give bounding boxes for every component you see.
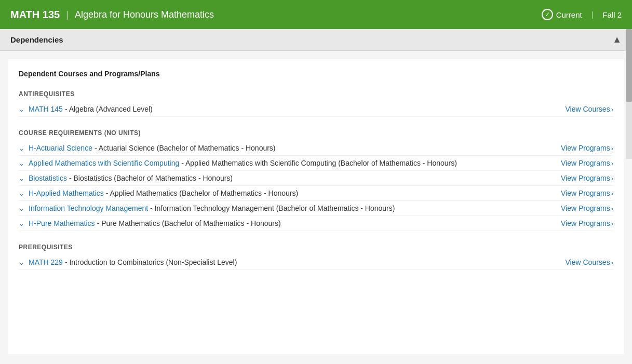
requirement-row-left-2: ⌄ Biostatistics - Biostatistics (Bachelo… xyxy=(19,174,561,182)
view-programs-label-1: View Programs xyxy=(561,159,610,167)
view-programs-label-3: View Programs xyxy=(561,189,610,197)
view-programs-link-4[interactable]: View Programs › xyxy=(561,204,613,212)
scrollbar-thumb[interactable] xyxy=(626,29,632,102)
requirement-row-left-1: ⌄ Applied Mathematics with Scientific Co… xyxy=(19,159,561,167)
view-programs-arrow-1: › xyxy=(611,159,613,167)
view-programs-link-2[interactable]: View Programs › xyxy=(561,174,613,182)
requirement-row-1: ⌄ Applied Mathematics with Scientific Co… xyxy=(19,156,613,171)
view-programs-link-0[interactable]: View Programs › xyxy=(561,144,613,152)
view-courses-arrow-0: › xyxy=(611,105,613,113)
antirequisites-section: ANTIREQUISITES ⌄ MATH 145 - Algebra (Adv… xyxy=(19,90,613,117)
requirement-link-3[interactable]: H-Applied Mathematics xyxy=(29,189,104,197)
chevron-down-icon: ⌄ xyxy=(19,144,24,152)
requirement-desc-0: - Actuarial Science (Bachelor of Mathema… xyxy=(95,144,276,152)
chevron-down-icon: ⌄ xyxy=(19,205,24,212)
header-divider-1: | xyxy=(66,9,69,20)
chevron-down-icon: ⌄ xyxy=(19,259,24,266)
prerequisites-section: PREREQUISITES ⌄ MATH 229 - Introduction … xyxy=(19,244,613,270)
view-programs-arrow-3: › xyxy=(611,190,613,197)
view-programs-link-1[interactable]: View Programs › xyxy=(561,159,613,167)
requirement-row-left-5: ⌄ H-Pure Mathematics - Pure Mathematics … xyxy=(19,219,561,227)
requirement-desc-1: - Applied Mathematics with Scientific Co… xyxy=(181,159,457,167)
prerequisite-link-0[interactable]: MATH 229 xyxy=(29,258,63,266)
view-programs-arrow-5: › xyxy=(611,220,613,227)
requirement-link-5[interactable]: H-Pure Mathematics xyxy=(29,219,95,227)
requirement-row-3: ⌄ H-Applied Mathematics - Applied Mathem… xyxy=(19,186,613,201)
view-programs-label-5: View Programs xyxy=(561,219,610,227)
requirement-desc-4: - Information Technology Management (Bac… xyxy=(150,204,395,212)
view-programs-label-4: View Programs xyxy=(561,204,610,212)
antirequisite-row-left-0: ⌄ MATH 145 - Algebra (Advanced Level) xyxy=(19,105,566,113)
prerequisite-row-0: ⌄ MATH 229 - Introduction to Combinatori… xyxy=(19,255,613,270)
prerequisites-label: PREREQUISITES xyxy=(19,244,613,251)
requirement-row-0: ⌄ H-Actuarial Science - Actuarial Scienc… xyxy=(19,141,613,156)
status-icon: ✓ xyxy=(542,9,553,20)
collapse-icon[interactable]: ▲ xyxy=(612,34,622,45)
view-programs-arrow-4: › xyxy=(611,205,613,212)
requirement-link-2[interactable]: Biostatistics xyxy=(29,174,67,182)
status-indicator: ✓ Current xyxy=(542,9,582,20)
requirement-desc-2: - Biostatistics (Bachelor of Mathematics… xyxy=(69,174,233,182)
status-label: Current xyxy=(556,10,582,19)
main-content: Dependent Courses and Programs/Plans ANT… xyxy=(8,59,624,354)
requirement-desc-3: - Applied Mathematics (Bachelor of Mathe… xyxy=(106,189,298,197)
header-right: ✓ Current | Fall 2 xyxy=(542,9,622,20)
dependencies-bar: Dependencies ▲ xyxy=(0,29,632,51)
course-requirements-section: COURSE REQUIREMENTS (NO UNITS) ⌄ H-Actua… xyxy=(19,129,613,231)
view-programs-arrow-0: › xyxy=(611,144,613,152)
course-requirements-label: COURSE REQUIREMENTS (NO UNITS) xyxy=(19,129,613,137)
course-code: MATH 135 xyxy=(10,9,60,21)
view-courses-label-0: View Courses xyxy=(566,105,610,113)
chevron-down-icon: ⌄ xyxy=(19,190,24,197)
view-programs-label-2: View Programs xyxy=(561,174,610,182)
chevron-down-icon: ⌄ xyxy=(19,174,24,182)
view-programs-link-5[interactable]: View Programs › xyxy=(561,219,613,227)
view-programs-link-3[interactable]: View Programs › xyxy=(561,189,613,197)
view-courses-prereq-arrow-0: › xyxy=(611,259,613,266)
antirequisite-link-0[interactable]: MATH 145 xyxy=(29,105,63,113)
term-label: Fall 2 xyxy=(602,10,622,19)
antirequisite-row-0: ⌄ MATH 145 - Algebra (Advanced Level) Vi… xyxy=(19,102,613,117)
prerequisite-row-left-0: ⌄ MATH 229 - Introduction to Combinatori… xyxy=(19,258,566,266)
page-header: MATH 135 | Algebra for Honours Mathemati… xyxy=(0,0,632,29)
chevron-down-icon: ⌄ xyxy=(19,159,24,167)
prerequisite-desc-0: - Introduction to Combinatorics (Non-Spe… xyxy=(65,258,237,266)
requirement-link-4[interactable]: Information Technology Management xyxy=(29,204,148,212)
view-programs-label-0: View Programs xyxy=(561,144,610,152)
chevron-down-icon: ⌄ xyxy=(19,105,24,113)
view-courses-prereq-label-0: View Courses xyxy=(566,258,610,266)
requirement-link-0[interactable]: H-Actuarial Science xyxy=(29,144,92,152)
requirement-row-5: ⌄ H-Pure Mathematics - Pure Mathematics … xyxy=(19,216,613,231)
dependencies-title: Dependencies xyxy=(10,35,63,44)
antirequisite-desc-0: - Algebra (Advanced Level) xyxy=(65,105,153,113)
view-courses-link-0[interactable]: View Courses › xyxy=(566,105,613,113)
view-programs-arrow-2: › xyxy=(611,174,613,182)
antirequisites-label: ANTIREQUISITES xyxy=(19,90,613,98)
requirement-row-left-3: ⌄ H-Applied Mathematics - Applied Mathem… xyxy=(19,189,561,197)
scrollbar-track[interactable] xyxy=(626,29,632,159)
requirement-row-4: ⌄ Information Technology Management - In… xyxy=(19,201,613,216)
requirement-row-left-4: ⌄ Information Technology Management - In… xyxy=(19,204,561,212)
requirement-link-1[interactable]: Applied Mathematics with Scientific Comp… xyxy=(29,159,179,167)
requirement-row-left-0: ⌄ H-Actuarial Science - Actuarial Scienc… xyxy=(19,144,561,152)
requirement-row-2: ⌄ Biostatistics - Biostatistics (Bachelo… xyxy=(19,171,613,186)
header-divider-2: | xyxy=(591,10,594,19)
chevron-down-icon: ⌄ xyxy=(19,220,24,227)
view-courses-prereq-link-0[interactable]: View Courses › xyxy=(566,258,613,266)
section-heading: Dependent Courses and Programs/Plans xyxy=(19,70,613,78)
course-name: Algebra for Honours Mathematics xyxy=(75,9,214,20)
requirement-desc-5: - Pure Mathematics (Bachelor of Mathemat… xyxy=(97,219,281,227)
